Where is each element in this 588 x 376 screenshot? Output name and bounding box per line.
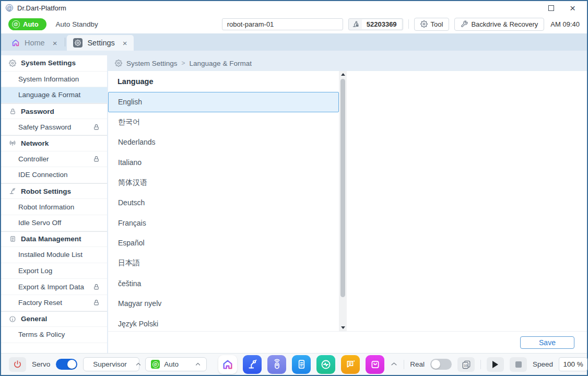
ten-key-pad-button[interactable]: 10 bbox=[457, 357, 475, 372]
sidebar-item-export-import-data[interactable]: Export & Import Data bbox=[1, 279, 107, 295]
auto-mode-mini-icon: @ bbox=[151, 360, 160, 369]
sidebar-item-ide-connection[interactable]: IDE Connection bbox=[1, 167, 107, 183]
save-button[interactable]: Save bbox=[520, 336, 574, 349]
clock-text: AM 09:40 bbox=[550, 20, 580, 28]
scroll-down-icon[interactable] bbox=[341, 324, 345, 331]
home-app-icon[interactable] bbox=[218, 355, 237, 374]
bottom-bar: Servo Supervisor @ Auto bbox=[1, 353, 587, 375]
tool-button[interactable]: Tool bbox=[414, 18, 450, 31]
backdrive-recovery-button[interactable]: Backdrive & Recovery bbox=[454, 18, 544, 31]
lock-icon bbox=[93, 299, 100, 306]
real-mode-toggle[interactable] bbox=[430, 359, 452, 370]
sidebar-label: System Settings bbox=[21, 59, 76, 67]
gear-icon bbox=[9, 60, 16, 67]
sidebar-item-robot-information[interactable]: Robot Information bbox=[1, 199, 107, 215]
language-option-italiano[interactable]: Italiano bbox=[108, 152, 339, 173]
gear-icon bbox=[73, 38, 83, 48]
content-area: System SettingsSystem InformationLanguag… bbox=[1, 51, 587, 353]
home-icon bbox=[11, 39, 20, 47]
monitoring-app-icon[interactable] bbox=[316, 355, 335, 374]
log-app-icon[interactable] bbox=[341, 355, 360, 374]
sidebar-item-language-format[interactable]: Language & Format bbox=[1, 87, 107, 103]
sidebar-item-safety-password[interactable]: Safety Password bbox=[1, 119, 107, 135]
tab-home-label: Home bbox=[25, 39, 45, 47]
sidebar-item-installed-module-list[interactable]: Installed Module List bbox=[1, 247, 107, 263]
breadcrumb-root[interactable]: System Settings bbox=[126, 60, 178, 67]
task-writer-app-icon[interactable] bbox=[292, 355, 311, 374]
sidebar-section-system-settings[interactable]: System Settings bbox=[1, 55, 107, 72]
tab-home-close-icon[interactable]: × bbox=[53, 39, 57, 48]
language-section-title: Language bbox=[108, 71, 339, 92]
auto-mode-badge[interactable]: @ Auto bbox=[8, 18, 46, 30]
servo-toggle[interactable] bbox=[56, 359, 77, 370]
status-bar: @ Auto Auto Standby 52203369 Tool bbox=[1, 15, 587, 33]
sidebar-item-factory-reset[interactable]: Factory Reset bbox=[1, 295, 107, 311]
sidebar-section-robot-settings[interactable]: Robot Settings bbox=[1, 183, 107, 199]
mode-value: Auto bbox=[164, 360, 179, 368]
tab-settings[interactable]: Settings × bbox=[67, 35, 133, 51]
mode-dropdown[interactable]: @ Auto bbox=[145, 357, 207, 371]
sidebar-item-terms-policy[interactable]: Terms & Policy bbox=[1, 327, 107, 343]
sidebar-label: Password bbox=[21, 108, 54, 115]
language-option-magyar-nyelv[interactable]: Magyar nyelv bbox=[108, 293, 339, 314]
sidebar-item-system-information[interactable]: System Information bbox=[1, 72, 107, 88]
title-bar: @ Dr.Dart-Platform × bbox=[1, 1, 587, 15]
tab-settings-close-icon[interactable]: × bbox=[123, 39, 127, 48]
scrollbar-thumb[interactable] bbox=[340, 79, 345, 297]
sidebar-section-general[interactable]: General bbox=[1, 311, 107, 327]
language-option-deutsch[interactable]: Deutsch bbox=[108, 193, 339, 213]
play-button[interactable] bbox=[487, 357, 504, 372]
language-option-english[interactable]: English bbox=[108, 92, 339, 112]
sidebar-item-controller[interactable]: Controller bbox=[1, 151, 107, 168]
serial-badge[interactable]: 52203369 bbox=[348, 18, 403, 30]
tab-divider bbox=[65, 38, 65, 46]
sidebar-item-idle-servo-off[interactable]: Idle Servo Off bbox=[1, 215, 107, 231]
speed-value-box[interactable]: 100 % bbox=[559, 357, 587, 371]
power-button[interactable] bbox=[9, 357, 26, 372]
lock-icon bbox=[93, 156, 100, 162]
sidebar-label: Network bbox=[21, 139, 49, 147]
language-option-e-tina[interactable]: čeština bbox=[108, 273, 339, 293]
divider bbox=[404, 360, 404, 369]
vertical-scrollbar[interactable] bbox=[339, 71, 347, 331]
jog-pendant-app-icon[interactable] bbox=[267, 355, 286, 374]
robot-param-input[interactable] bbox=[222, 18, 343, 30]
sidebar-label: Idle Servo Off bbox=[18, 219, 61, 227]
tab-home[interactable]: Home × bbox=[5, 35, 63, 51]
chevron-up-icon bbox=[135, 361, 142, 368]
language-option-fran-ais[interactable]: Français bbox=[108, 213, 339, 233]
divider bbox=[408, 19, 409, 29]
robot-arm-icon bbox=[9, 187, 16, 195]
app-window: @ Dr.Dart-Platform × @ Auto Auto Standby… bbox=[0, 0, 588, 376]
sidebar-section-data-management[interactable]: Data Management bbox=[1, 231, 107, 248]
collapse-dock-chevron-up-icon[interactable] bbox=[390, 360, 398, 368]
tool-button-label: Tool bbox=[431, 20, 443, 28]
main-area: System Settings > Language & Format Lang… bbox=[108, 55, 587, 353]
robot-settings-app-icon[interactable] bbox=[243, 355, 262, 374]
maximize-icon[interactable] bbox=[548, 5, 554, 11]
close-icon[interactable]: × bbox=[570, 3, 575, 13]
sidebar-section-password[interactable]: Password bbox=[1, 103, 107, 120]
sidebar-label: Language & Format bbox=[18, 91, 80, 99]
language-option-espa-ol[interactable]: Español bbox=[108, 233, 339, 253]
language-option-item[interactable]: 日本語 bbox=[108, 253, 339, 274]
ten-key-pad-icon: 10 bbox=[461, 359, 472, 370]
tab-settings-label: Settings bbox=[87, 39, 114, 47]
sidebar-section-network[interactable]: Network bbox=[1, 135, 107, 151]
stop-button[interactable] bbox=[510, 357, 527, 372]
language-list-region: Language English한국어NederlandsItaliano简体汉… bbox=[108, 71, 587, 331]
language-option-j-zyk-polski[interactable]: Język Polski bbox=[108, 314, 339, 331]
sidebar-item-export-log[interactable]: Export Log bbox=[1, 263, 107, 279]
user-role-dropdown[interactable]: Supervisor bbox=[83, 357, 139, 371]
breadcrumb: System Settings > Language & Format bbox=[108, 55, 587, 71]
panel-footer: Save bbox=[108, 331, 587, 353]
language-option-item[interactable]: 한국어 bbox=[108, 112, 339, 133]
breadcrumb-separator: > bbox=[182, 60, 185, 67]
document-icon bbox=[9, 236, 16, 242]
language-option-nederlands[interactable]: Nederlands bbox=[108, 132, 339, 152]
language-option-item[interactable]: 简体汉语 bbox=[108, 172, 339, 193]
window-title: Dr.Dart-Platform bbox=[17, 4, 66, 12]
store-app-icon[interactable] bbox=[366, 355, 384, 374]
sidebar-label: Robot Settings bbox=[21, 187, 71, 195]
scroll-up-icon[interactable] bbox=[341, 71, 345, 78]
